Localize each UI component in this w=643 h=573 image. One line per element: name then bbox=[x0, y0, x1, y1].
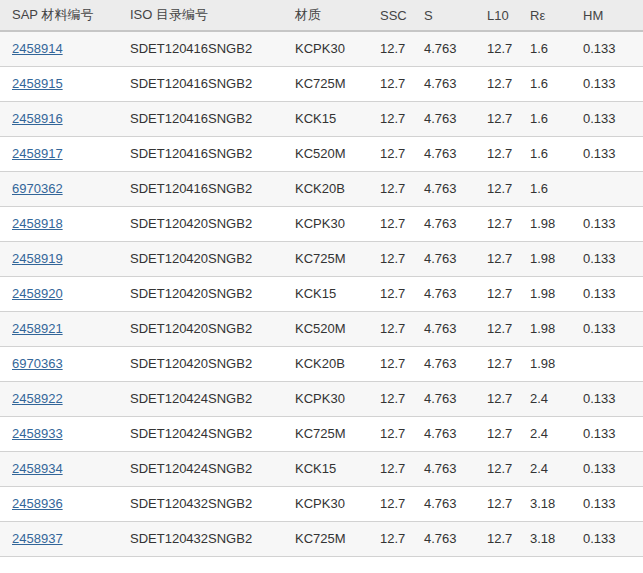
cell-grade: KCPK30 bbox=[283, 381, 368, 416]
column-header-ssc: SSC bbox=[368, 0, 412, 31]
cell-sap: 2458936 bbox=[0, 486, 118, 521]
sap-material-link[interactable]: 2458919 bbox=[12, 251, 63, 266]
cell-grade: KCK15 bbox=[283, 451, 368, 486]
cell-ssc: 12.7 bbox=[368, 521, 412, 556]
cell-grade: KCPK30 bbox=[283, 31, 368, 66]
cell-l10: 12.7 bbox=[475, 486, 518, 521]
cell-s: 4.763 bbox=[412, 521, 475, 556]
column-header-hm: HM bbox=[571, 0, 643, 31]
cell-iso: SDET120416SNGB2 bbox=[118, 101, 283, 136]
cell-s: 4.763 bbox=[412, 381, 475, 416]
cell-hm: 0.133 bbox=[571, 241, 643, 276]
cell-iso: SDET120416SNGB2 bbox=[118, 171, 283, 206]
cell-re: 1.6 bbox=[518, 101, 571, 136]
sap-material-link[interactable]: 6970363 bbox=[12, 356, 63, 371]
cell-re: 1.98 bbox=[518, 241, 571, 276]
table-row: 2458916SDET120416SNGB2KCK1512.74.76312.7… bbox=[0, 101, 643, 136]
column-header-grade: 材质 bbox=[283, 0, 368, 31]
cell-s: 4.763 bbox=[412, 206, 475, 241]
table-row: 2458920SDET120420SNGB2KCK1512.74.76312.7… bbox=[0, 276, 643, 311]
cell-grade: KCK15 bbox=[283, 276, 368, 311]
table-row: 2458917SDET120416SNGB2KC520M12.74.76312.… bbox=[0, 136, 643, 171]
cell-iso: SDET120416SNGB2 bbox=[118, 66, 283, 101]
cell-sap: 2458920 bbox=[0, 276, 118, 311]
cell-s: 4.763 bbox=[412, 241, 475, 276]
sap-material-link[interactable]: 2458918 bbox=[12, 216, 63, 231]
sap-material-link[interactable]: 2458920 bbox=[12, 286, 63, 301]
sap-material-link[interactable]: 2458917 bbox=[12, 146, 63, 161]
cell-grade: KC725M bbox=[283, 241, 368, 276]
cell-l10: 12.7 bbox=[475, 206, 518, 241]
cell-s: 4.763 bbox=[412, 101, 475, 136]
cell-ssc: 12.7 bbox=[368, 276, 412, 311]
sap-material-link[interactable]: 2458922 bbox=[12, 391, 63, 406]
cell-ssc: 12.7 bbox=[368, 486, 412, 521]
cell-hm: 0.133 bbox=[571, 521, 643, 556]
table-row: 6970362SDET120416SNGB2KCK20B12.74.76312.… bbox=[0, 171, 643, 206]
cell-ssc: 12.7 bbox=[368, 206, 412, 241]
sap-material-link[interactable]: 2458914 bbox=[12, 41, 63, 56]
table-body: 2458914SDET120416SNGB2KCPK3012.74.76312.… bbox=[0, 31, 643, 556]
cell-re: 3.18 bbox=[518, 486, 571, 521]
cell-ssc: 12.7 bbox=[368, 66, 412, 101]
cell-s: 4.763 bbox=[412, 136, 475, 171]
cell-sap: 2458917 bbox=[0, 136, 118, 171]
cell-re: 3.18 bbox=[518, 521, 571, 556]
sap-material-link[interactable]: 6970362 bbox=[12, 181, 63, 196]
cell-grade: KC520M bbox=[283, 136, 368, 171]
column-header-sap: SAP 材料编号 bbox=[0, 0, 118, 31]
cell-iso: SDET120424SNGB2 bbox=[118, 416, 283, 451]
table-row: 2458914SDET120416SNGB2KCPK3012.74.76312.… bbox=[0, 31, 643, 66]
cell-grade: KCK15 bbox=[283, 101, 368, 136]
sap-material-link[interactable]: 2458916 bbox=[12, 111, 63, 126]
table-row: 2458934SDET120424SNGB2KCK1512.74.76312.7… bbox=[0, 451, 643, 486]
product-table: SAP 材料编号ISO 目录编号材质SSCSL10RεHM 2458914SDE… bbox=[0, 0, 643, 557]
cell-re: 2.4 bbox=[518, 451, 571, 486]
cell-ssc: 12.7 bbox=[368, 416, 412, 451]
cell-grade: KC725M bbox=[283, 66, 368, 101]
cell-re: 2.4 bbox=[518, 416, 571, 451]
cell-l10: 12.7 bbox=[475, 521, 518, 556]
cell-ssc: 12.7 bbox=[368, 241, 412, 276]
table-header-row: SAP 材料编号ISO 目录编号材质SSCSL10RεHM bbox=[0, 0, 643, 31]
cell-grade: KCPK30 bbox=[283, 486, 368, 521]
cell-grade: KCK20B bbox=[283, 346, 368, 381]
cell-hm: 0.133 bbox=[571, 276, 643, 311]
cell-sap: 2458934 bbox=[0, 451, 118, 486]
cell-hm: 0.133 bbox=[571, 451, 643, 486]
cell-hm bbox=[571, 346, 643, 381]
sap-material-link[interactable]: 2458921 bbox=[12, 321, 63, 336]
sap-material-link[interactable]: 2458915 bbox=[12, 76, 63, 91]
cell-l10: 12.7 bbox=[475, 381, 518, 416]
cell-s: 4.763 bbox=[412, 276, 475, 311]
column-header-s: S bbox=[412, 0, 475, 31]
cell-hm: 0.133 bbox=[571, 311, 643, 346]
sap-material-link[interactable]: 2458936 bbox=[12, 496, 63, 511]
cell-s: 4.763 bbox=[412, 66, 475, 101]
cell-ssc: 12.7 bbox=[368, 311, 412, 346]
sap-material-link[interactable]: 2458934 bbox=[12, 461, 63, 476]
table-row: 2458918SDET120420SNGB2KCPK3012.74.76312.… bbox=[0, 206, 643, 241]
cell-l10: 12.7 bbox=[475, 31, 518, 66]
column-header-re: Rε bbox=[518, 0, 571, 31]
cell-hm: 0.133 bbox=[571, 206, 643, 241]
cell-iso: SDET120432SNGB2 bbox=[118, 486, 283, 521]
table-row: 2458921SDET120420SNGB2KC520M12.74.76312.… bbox=[0, 311, 643, 346]
cell-sap: 2458921 bbox=[0, 311, 118, 346]
cell-l10: 12.7 bbox=[475, 136, 518, 171]
table-row: 2458936SDET120432SNGB2KCPK3012.74.76312.… bbox=[0, 486, 643, 521]
sap-material-link[interactable]: 2458937 bbox=[12, 531, 63, 546]
cell-re: 1.98 bbox=[518, 276, 571, 311]
cell-sap: 2458933 bbox=[0, 416, 118, 451]
column-header-iso: ISO 目录编号 bbox=[118, 0, 283, 31]
cell-grade: KCPK30 bbox=[283, 206, 368, 241]
cell-iso: SDET120416SNGB2 bbox=[118, 31, 283, 66]
cell-sap: 2458915 bbox=[0, 66, 118, 101]
sap-material-link[interactable]: 2458933 bbox=[12, 426, 63, 441]
cell-s: 4.763 bbox=[412, 416, 475, 451]
cell-iso: SDET120420SNGB2 bbox=[118, 276, 283, 311]
cell-sap: 2458914 bbox=[0, 31, 118, 66]
cell-sap: 2458937 bbox=[0, 521, 118, 556]
cell-s: 4.763 bbox=[412, 451, 475, 486]
cell-iso: SDET120420SNGB2 bbox=[118, 206, 283, 241]
